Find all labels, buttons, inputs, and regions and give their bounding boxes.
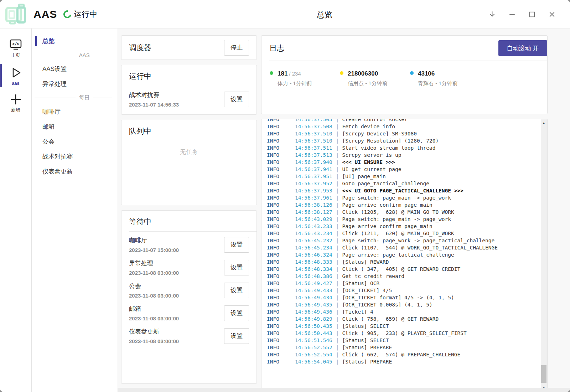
autoscroll-toggle-button[interactable]: 自动滚动 开 xyxy=(498,40,547,56)
log-separator: | xyxy=(332,352,342,357)
log-message: Page arrive: page_tactical_challenge xyxy=(342,252,454,258)
waiting-task-row: 邮箱 2023-11-08 03:00:00 设置 xyxy=(121,301,256,324)
log-message: [Ticket] 4 xyxy=(342,309,373,315)
log-level: INFO xyxy=(267,137,295,144)
log-separator: | xyxy=(332,195,342,201)
running-spinner-icon xyxy=(62,9,73,20)
log-message: <<< UI GOTO PAGE_TACTICAL_CHALLENGE >>> xyxy=(342,188,463,194)
rail-item-add[interactable]: 新增 xyxy=(0,91,31,116)
log-line: INFO14:56:37.953|<<< UI GOTO PAGE_TACTIC… xyxy=(267,187,541,194)
sidebar-item-dashboard-update[interactable]: 仪表盘更新 xyxy=(32,164,117,179)
log-output[interactable]: INFO14:56:37.505|Create control socket I… xyxy=(261,119,541,392)
stop-button[interactable]: 停止 xyxy=(224,40,249,56)
log-message: Scrcpy server is up xyxy=(342,152,401,158)
log-level: INFO xyxy=(267,308,295,315)
log-message: Page switch: page_work -> page_tactical_… xyxy=(342,238,495,243)
log-level: INFO xyxy=(267,258,295,265)
log-timestamp: 14:56:38.127 xyxy=(295,209,332,215)
log-timestamp: 14:56:37.952 xyxy=(295,181,332,186)
scrollbar-thumb[interactable] xyxy=(541,365,546,383)
scrollbar-down-icon[interactable]: ▼ xyxy=(541,386,547,390)
running-settings-button[interactable]: 设置 xyxy=(224,92,249,107)
sidebar-item-exception-handling[interactable]: 异常处理 xyxy=(32,76,117,91)
log-line: INFO14:56:37.511|Start video stream loop… xyxy=(267,144,541,151)
log-separator: | xyxy=(332,181,342,186)
log-line: INFO14:56:54.045|[Status] PREPARE xyxy=(267,358,541,365)
running-task-time: 2023-11-07 14:56:33 xyxy=(129,102,224,108)
log-line: INFO14:56:45.234|Click (1107, 544) @ WOR… xyxy=(267,244,541,251)
log-message: Create control socket xyxy=(342,119,408,122)
waiting-task-name: 邮箱 xyxy=(129,305,224,313)
log-level: INFO xyxy=(267,358,295,365)
rail-item-home[interactable]: </> 主页 xyxy=(0,36,31,61)
log-timestamp: 14:56:48.333 xyxy=(295,259,332,265)
left-column: 调度器 停止 运行中 战术对抗赛 2023-11-07 14:56:33 设置 xyxy=(121,35,257,392)
log-timestamp: 14:56:52.552 xyxy=(295,345,332,350)
scrollbar-up-icon[interactable]: ▲ xyxy=(541,121,547,125)
sidebar-item-cafe[interactable]: 咖啡厅 xyxy=(32,104,117,119)
window-minimize-icon[interactable] xyxy=(508,10,517,19)
waiting-settings-button[interactable]: 设置 xyxy=(224,328,249,344)
waiting-task-row: 咖啡厅 2023-11-07 15:00:00 设置 xyxy=(121,233,256,256)
window-hide-icon[interactable] xyxy=(488,10,497,19)
log-timestamp: 14:56:50.443 xyxy=(295,330,332,336)
log-separator: | xyxy=(332,288,342,293)
log-timestamp: 14:56:43.233 xyxy=(295,223,332,229)
window-close-icon[interactable] xyxy=(548,10,556,19)
log-line: INFO14:56:38.126|Page arrive confirm pag… xyxy=(267,201,541,208)
scheduler-status-text: 运行中 xyxy=(74,9,97,20)
waiting-task-row: 异常处理 2023-11-08 03:00:00 设置 xyxy=(121,256,256,279)
log-separator: | xyxy=(332,302,342,308)
log-line: INFO14:56:37.961|Page switch: page_main … xyxy=(267,194,541,201)
log-level: INFO xyxy=(267,244,295,251)
log-separator: | xyxy=(332,152,342,158)
plus-icon xyxy=(9,93,22,105)
log-separator: | xyxy=(332,138,342,144)
waiting-task-time: 2023-11-07 15:00:00 xyxy=(129,247,224,253)
log-timestamp: 14:56:49.829 xyxy=(295,316,332,322)
yellow-dot-icon xyxy=(340,71,343,75)
log-message: Click ( 662, 574) @ PREPARE_CHALLENGE xyxy=(342,352,461,357)
log-separator: | xyxy=(332,202,342,208)
sidebar-divider-aas: AAS xyxy=(32,48,117,61)
sidebar-item-aas-settings[interactable]: AAS设置 xyxy=(32,61,117,76)
scheduler-title: 调度器 xyxy=(129,43,151,53)
log-message: <<< UI ENSURE >>> xyxy=(342,159,395,165)
right-column: 日志 自动滚动 开 181 / 234 体力 - 1分钟前 xyxy=(261,35,548,392)
sidebar-item-overview[interactable]: 总览 xyxy=(32,33,117,48)
log-message: Click (1107, 544) @ WORK_GO_TO_TACTICAL_… xyxy=(342,245,498,251)
log-timestamp: 14:56:37.940 xyxy=(295,159,332,165)
waiting-settings-button[interactable]: 设置 xyxy=(224,237,249,253)
sidebar-divider-daily: 每日 xyxy=(32,91,117,104)
waiting-settings-button[interactable]: 设置 xyxy=(224,260,249,275)
log-level: INFO xyxy=(267,119,295,123)
log-separator: | xyxy=(332,309,342,315)
log-level: INFO xyxy=(267,223,295,230)
log-level: INFO xyxy=(267,301,295,308)
stat-gems: 43106 青辉石 - 1分钟前 xyxy=(410,70,480,87)
waiting-panel: 等待中 咖啡厅 2023-11-07 15:00:00 设置 xyxy=(121,210,257,384)
log-line: INFO14:56:49.435|[OCR_TICKET 0.008s] (4,… xyxy=(267,301,541,308)
log-separator: | xyxy=(332,238,342,243)
log-line: INFO14:56:50.443|Click ( 905, 233) @ PLA… xyxy=(267,330,541,337)
log-timestamp: 14:56:37.510 xyxy=(295,131,332,136)
sidebar-item-mail[interactable]: 邮箱 xyxy=(32,119,117,134)
rail-label-aas: aas xyxy=(12,81,20,86)
sidebar-item-guild[interactable]: 公会 xyxy=(32,134,117,149)
log-scrollbar[interactable]: ▲ ▼ xyxy=(541,119,547,391)
log-message: Click (1205, 628) @ MAIN_GO_TO_WORK xyxy=(342,209,454,215)
waiting-settings-button[interactable]: 设置 xyxy=(224,283,249,298)
running-task-name: 战术对抗赛 xyxy=(129,91,224,99)
waiting-settings-button[interactable]: 设置 xyxy=(224,305,249,321)
rail-item-aas[interactable]: aas xyxy=(0,63,31,89)
log-separator: | xyxy=(332,323,342,329)
sidebar-item-tactical-challenge[interactable]: 战术对抗赛 xyxy=(32,149,117,164)
log-line: INFO14:56:38.127|Click (1205, 628) @ MAI… xyxy=(267,208,541,216)
log-message: [OCR_TICKET] 4/5 xyxy=(342,288,392,293)
log-level: INFO xyxy=(267,287,295,294)
log-level: INFO xyxy=(267,337,295,344)
log-level: INFO xyxy=(267,315,295,323)
log-timestamp: 14:56:38.126 xyxy=(295,202,332,208)
log-level: INFO xyxy=(267,173,295,180)
window-maximize-icon[interactable] xyxy=(528,10,537,19)
